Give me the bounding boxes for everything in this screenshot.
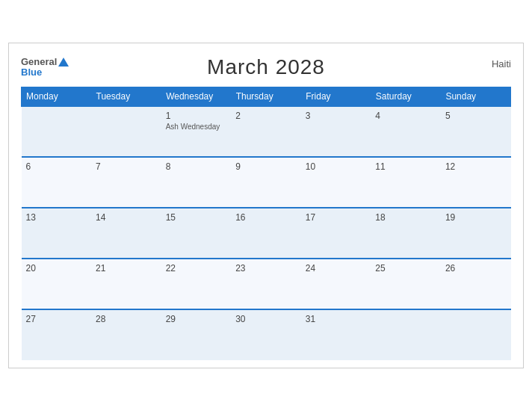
day-number: 12 [445, 161, 507, 172]
day-number: 11 [375, 161, 436, 172]
day-cell [441, 309, 511, 360]
day-number: 30 [235, 314, 297, 324]
col-thursday: Thursday [231, 87, 301, 107]
day-number: 7 [96, 161, 157, 172]
week-row-5: 2728293031 [22, 309, 511, 360]
day-cell: 23 [231, 259, 301, 309]
day-number: 18 [375, 212, 436, 223]
day-cell: 31 [301, 309, 371, 360]
day-number: 21 [96, 263, 157, 274]
calendar-body: 1Ash Wednesday23456789101112131415161718… [22, 106, 511, 360]
day-cell: 9 [231, 157, 301, 208]
day-number: 5 [445, 111, 507, 121]
col-sunday: Sunday [441, 87, 511, 107]
day-number: 28 [96, 314, 157, 324]
day-cell: 12 [441, 157, 511, 208]
calendar-table: Monday Tuesday Wednesday Thursday Friday… [21, 87, 511, 360]
day-number: 19 [445, 212, 507, 223]
week-row-2: 6789101112 [22, 157, 511, 208]
day-cell: 2 [231, 106, 301, 157]
day-cell: 26 [441, 259, 511, 309]
day-number: 4 [375, 111, 436, 121]
day-cell [22, 106, 92, 157]
day-cell: 1Ash Wednesday [161, 106, 232, 157]
calendar: General Blue March 2028 Haiti Monday Tue… [8, 43, 524, 368]
day-cell: 15 [161, 208, 232, 259]
day-number: 13 [26, 212, 87, 223]
day-number: 20 [26, 263, 87, 274]
day-cell: 8 [161, 157, 232, 208]
calendar-title: March 2028 [207, 55, 325, 79]
day-cell: 20 [22, 259, 92, 309]
day-number: 15 [166, 212, 227, 223]
day-cell: 11 [371, 157, 441, 208]
day-cell: 3 [301, 106, 371, 157]
brand-blue-text: Blue [21, 67, 42, 77]
day-number: 17 [306, 212, 367, 223]
week-row-1: 1Ash Wednesday2345 [22, 106, 511, 157]
day-cell: 6 [22, 157, 92, 208]
day-number: 22 [166, 263, 227, 274]
day-cell [371, 309, 441, 360]
header-row: Monday Tuesday Wednesday Thursday Friday… [22, 87, 511, 107]
day-number: 26 [445, 263, 507, 274]
day-cell [91, 106, 161, 157]
day-cell: 29 [161, 309, 232, 360]
day-cell: 18 [371, 208, 441, 259]
day-number: 29 [166, 314, 227, 324]
calendar-header: General Blue March 2028 Haiti [21, 55, 511, 79]
country-label: Haiti [492, 58, 511, 69]
day-number: 3 [306, 111, 367, 121]
col-saturday: Saturday [371, 87, 441, 107]
day-number: 23 [235, 263, 297, 274]
day-cell: 19 [441, 208, 511, 259]
calendar-thead: Monday Tuesday Wednesday Thursday Friday… [22, 87, 511, 107]
day-cell: 7 [91, 157, 161, 208]
day-cell: 10 [301, 157, 371, 208]
day-number: 24 [306, 263, 367, 274]
day-cell: 5 [441, 106, 511, 157]
day-number: 8 [166, 161, 227, 172]
day-number: 2 [235, 111, 297, 121]
week-row-3: 13141516171819 [22, 208, 511, 259]
day-cell: 27 [22, 309, 92, 360]
day-cell: 30 [231, 309, 301, 360]
day-number: 31 [306, 314, 367, 324]
day-cell: 21 [91, 259, 161, 309]
day-number: 1 [166, 111, 227, 121]
col-monday: Monday [22, 87, 92, 107]
day-number: 16 [235, 212, 297, 223]
day-cell: 28 [91, 309, 161, 360]
col-wednesday: Wednesday [161, 87, 232, 107]
day-cell: 14 [91, 208, 161, 259]
day-cell: 25 [371, 259, 441, 309]
col-tuesday: Tuesday [91, 87, 161, 107]
day-cell: 4 [371, 106, 441, 157]
day-cell: 16 [231, 208, 301, 259]
day-event: Ash Wednesday [166, 123, 227, 131]
day-number: 9 [235, 161, 297, 172]
day-cell: 24 [301, 259, 371, 309]
day-cell: 13 [22, 208, 92, 259]
day-number: 25 [375, 263, 436, 274]
brand-logo: General Blue [21, 55, 69, 77]
day-number: 14 [96, 212, 157, 223]
day-number: 27 [26, 314, 87, 324]
day-number: 6 [26, 161, 87, 172]
col-friday: Friday [301, 87, 371, 107]
day-cell: 22 [161, 259, 232, 309]
week-row-4: 20212223242526 [22, 259, 511, 309]
brand-triangle-icon [58, 58, 69, 67]
day-cell: 17 [301, 208, 371, 259]
brand-general-text: General [21, 55, 69, 67]
day-number: 10 [306, 161, 367, 172]
